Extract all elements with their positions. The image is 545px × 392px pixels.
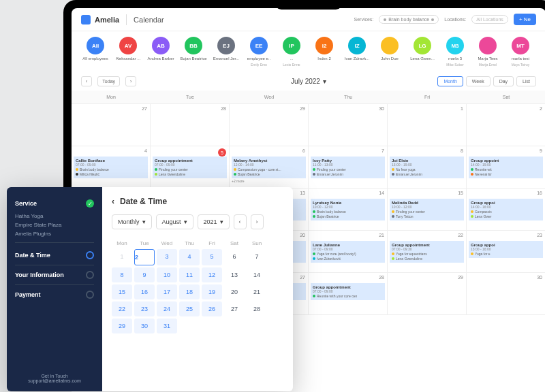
mini-date[interactable]: 2	[134, 249, 155, 265]
employee-chip[interactable]: LGLena Gwen...	[408, 37, 437, 67]
view-week[interactable]: Week	[466, 76, 490, 86]
mini-date[interactable]: 3	[157, 249, 177, 265]
view-list[interactable]: List	[516, 76, 536, 86]
calendar-event[interactable]: Group appointment07:00 - 09:00Finding yo…	[153, 157, 227, 178]
step-info[interactable]: Your Information	[15, 267, 94, 283]
calendar-cell[interactable]: 30	[467, 273, 545, 315]
mini-date[interactable]: 27	[224, 301, 245, 316]
employee-chip[interactable]: AllAll employees	[81, 37, 110, 67]
calendar-cell[interactable]: 16Group appoi14:00 - 16:00CompassicLena …	[467, 189, 545, 231]
calendar-event[interactable]: Lyndsey Nonie10:00 - 12:00Brain body bal…	[311, 199, 385, 220]
calendar-cell[interactable]: 23Group appoi13:00 - 16:00Yoga for e	[467, 231, 545, 273]
mini-date[interactable]: 4	[179, 249, 200, 265]
employee-chip[interactable]: EJEmanuel Jer...	[212, 37, 240, 67]
mini-date[interactable]: 12	[202, 267, 222, 282]
calendar-cell[interactable]: 14Lyndsey Nonie10:00 - 12:00Brain body b…	[309, 189, 388, 231]
step-payment[interactable]: Payment	[15, 287, 94, 303]
employee-chip[interactable]: Marja TeesMarija Emel	[473, 37, 502, 67]
calendar-event[interactable]: Melany Amethyst12:00 - 14:00Compassion y…	[232, 157, 306, 178]
locations-filter[interactable]: All Locations	[471, 15, 508, 24]
month-select[interactable]: August ▾	[156, 214, 193, 229]
prev-button[interactable]: ‹	[81, 76, 92, 86]
mini-date[interactable]: 1	[112, 249, 132, 265]
back-icon[interactable]: ‹	[112, 197, 114, 206]
mini-date[interactable]: 31	[157, 318, 177, 333]
employee-chip[interactable]: ABAndrea Barber	[146, 37, 175, 67]
employee-chip[interactable]: I2Index 2	[310, 37, 339, 67]
mini-next[interactable]: ›	[251, 214, 264, 229]
mini-date[interactable]: 18	[179, 284, 200, 299]
step-service[interactable]: Service✓	[15, 195, 94, 212]
calendar-cell[interactable]: 30	[309, 104, 388, 146]
mini-date[interactable]: 20	[224, 284, 245, 299]
mini-date[interactable]: 24	[157, 301, 177, 316]
calendar-event[interactable]: Joi Elsie13:00 - 15:00No fear yogaEmanue…	[390, 157, 464, 178]
mini-date[interactable]: 9	[134, 267, 155, 282]
mini-date[interactable]: 7	[247, 249, 267, 265]
next-button[interactable]: ›	[125, 76, 136, 86]
calendar-cell[interactable]: 2	[467, 104, 545, 146]
mini-date[interactable]: 5	[202, 249, 222, 265]
calendar-cell[interactable]: 21Lane Julianne07:00 - 09:00Yoga for cor…	[309, 231, 388, 273]
employee-chip[interactable]: MTmarla testMoys Teiroy	[506, 37, 535, 67]
today-button[interactable]: Today	[97, 76, 120, 86]
calendar-cell[interactable]: 1	[388, 104, 467, 146]
mini-date[interactable]: 6	[224, 249, 245, 265]
calendar-event[interactable]: Group appoi13:00 - 16:00Yoga for e	[469, 241, 543, 258]
employee-chip[interactable]: John Doe	[375, 37, 404, 67]
month-picker[interactable]: July 2022 ▾	[291, 78, 326, 85]
frequency-select[interactable]: Monthly ▾	[112, 214, 152, 229]
calendar-cell[interactable]: 15Melinda Redd10:00 - 12:00Finding your …	[388, 189, 467, 231]
new-button[interactable]: + Ne	[514, 14, 536, 25]
mini-prev[interactable]: ‹	[234, 214, 247, 229]
calendar-event[interactable]: Issy Patty11:00 - 13:00Finding your cent…	[311, 157, 385, 178]
services-filter[interactable]: Brain body balance	[379, 15, 439, 24]
calendar-event[interactable]: Group appointment07:00 - 09:30Yoga for e…	[390, 241, 464, 263]
calendar-cell[interactable]: 22Group appointment07:00 - 09:30Yoga for…	[388, 231, 467, 273]
view-month[interactable]: Month	[437, 76, 463, 86]
mini-date[interactable]: 30	[134, 318, 155, 333]
step-datetime[interactable]: Date & Time	[15, 247, 94, 263]
calendar-cell[interactable]: 29	[388, 273, 467, 315]
brand-logo[interactable]: Amelia	[81, 15, 119, 24]
calendar-event[interactable]: Melinda Redd10:00 - 12:00Finding your ce…	[390, 199, 464, 220]
calendar-cell[interactable]: 5Group appointment07:00 - 09:00Finding y…	[151, 146, 230, 189]
mini-date[interactable]: 16	[134, 284, 155, 299]
mini-date[interactable]: 14	[247, 267, 267, 282]
mini-date[interactable]: 19	[202, 284, 222, 299]
calendar-cell[interactable]: 4Callie Boniface07:00 - 09:00Brain body …	[72, 146, 151, 189]
mini-date[interactable]: 8	[112, 267, 132, 282]
year-select[interactable]: 2021 ▾	[198, 214, 230, 229]
employee-chip[interactable]: M3marla 3Mike Sober	[441, 37, 469, 67]
mini-date[interactable]: 21	[247, 284, 267, 299]
mini-date[interactable]: 15	[112, 284, 132, 299]
mini-date[interactable]: 17	[157, 284, 177, 299]
employee-chip[interactable]: IP...Lexie Erme	[277, 37, 306, 67]
calendar-event[interactable]: Group appoi14:00 - 16:00CompassicLena Gw…	[469, 199, 543, 220]
view-day[interactable]: Day	[493, 76, 514, 86]
mini-date[interactable]: 28	[247, 301, 267, 316]
employee-chip[interactable]: BBBojan Beatrice	[179, 37, 208, 67]
calendar-event[interactable]: Lane Julianne07:00 - 09:00Yoga for core …	[311, 241, 385, 263]
mini-date[interactable]: 10	[157, 267, 177, 282]
calendar-cell[interactable]: 7Issy Patty11:00 - 13:00Finding your cen…	[309, 146, 388, 189]
calendar-cell[interactable]: 8Joi Elsie13:00 - 15:00No fear yogaEmanu…	[388, 146, 467, 189]
mini-date[interactable]: 23	[134, 301, 155, 316]
mini-date[interactable]: 26	[202, 301, 222, 316]
calendar-event[interactable]: Group appointment07:00 - 09:00Reunite wi…	[311, 283, 385, 300]
calendar-cell[interactable]: 27	[72, 104, 151, 146]
mini-date[interactable]: 29	[112, 318, 132, 333]
employee-chip[interactable]: AVAleksandar ...	[114, 37, 142, 67]
employee-chip[interactable]: IZIvan Zdravk...	[343, 37, 371, 67]
mini-date[interactable]: 25	[179, 301, 200, 316]
mini-date[interactable]: 13	[224, 267, 245, 282]
calendar-cell[interactable]: 29	[230, 104, 309, 146]
calendar-cell[interactable]: 28Group appointment07:00 - 09:00Reunite …	[309, 273, 388, 315]
calendar-event[interactable]: Callie Boniface07:00 - 09:00Brain body b…	[74, 157, 148, 178]
mini-date[interactable]: 11	[179, 267, 200, 282]
calendar-cell[interactable]: 6Melany Amethyst12:00 - 14:00Compassion …	[230, 146, 309, 189]
calendar-cell[interactable]: 9Group appoint14:00 - 15:00Reunite witNe…	[467, 146, 545, 189]
employee-chip[interactable]: EEemployee e..Emily Eme	[245, 37, 273, 67]
mini-date[interactable]: 22	[112, 301, 132, 316]
calendar-event[interactable]: Group appoint14:00 - 15:00Reunite witNev…	[469, 157, 543, 178]
